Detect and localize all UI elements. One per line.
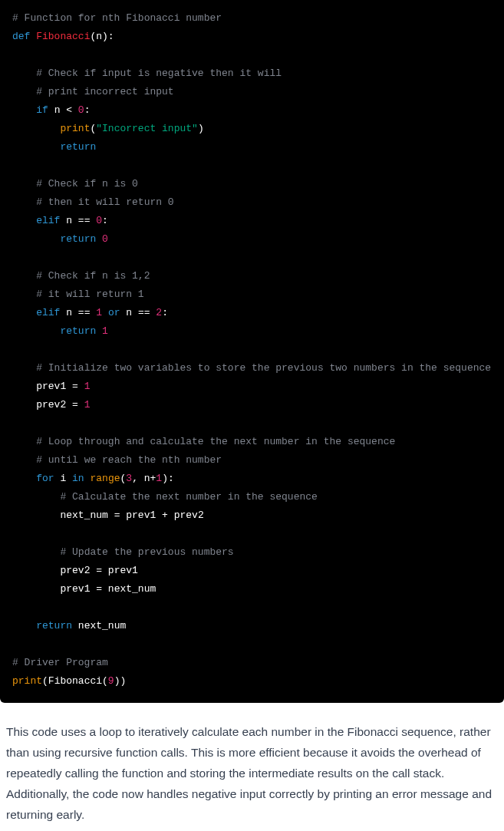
code-keyword: elif <box>36 215 60 226</box>
code-identifier: i <box>60 473 66 484</box>
code-comment: # Loop through and calculate the next nu… <box>36 436 395 447</box>
code-operator: < <box>60 104 77 116</box>
code-number: 1 <box>156 473 162 484</box>
code-builtin: range <box>90 473 120 484</box>
code-number: 1 <box>96 307 102 318</box>
code-comment: # print incorrect input <box>36 86 173 97</box>
code-operator: + <box>156 509 173 521</box>
code-punct: : <box>102 215 108 226</box>
code-punct: ( <box>102 675 108 687</box>
code-identifier: n <box>66 307 72 318</box>
code-operator: == <box>72 307 96 318</box>
code-identifier: n <box>66 215 72 226</box>
code-comment: # it will return 1 <box>36 289 143 300</box>
code-keyword: def <box>12 31 30 42</box>
code-param: n <box>96 31 102 42</box>
code-block: # Function for nth Fibonacci number def … <box>0 0 504 703</box>
code-keyword: elif <box>36 307 60 318</box>
code-comment: # Calculate the next number in the seque… <box>60 491 317 503</box>
code-builtin: print <box>12 675 42 687</box>
code-identifier: prev2 <box>36 399 66 411</box>
code-operator: = <box>108 509 126 521</box>
code-keyword: return <box>36 620 72 631</box>
code-number: 2 <box>156 307 162 318</box>
code-comment: # Function for nth Fibonacci number <box>12 12 222 24</box>
code-number: 0 <box>102 233 108 245</box>
code-punct: : <box>162 307 168 318</box>
code-identifier: next_num <box>60 509 107 521</box>
code-number: 3 <box>126 473 132 484</box>
code-keyword: if <box>36 104 48 116</box>
code-identifier: next_num <box>78 620 126 631</box>
code-punct: ( <box>42 675 48 687</box>
code-number: 1 <box>84 399 91 411</box>
code-keyword: return <box>60 325 96 337</box>
explanation-paragraph: This code uses a loop to iteratively cal… <box>0 703 504 831</box>
code-operator: == <box>72 215 96 226</box>
code-number: 9 <box>108 675 114 687</box>
code-comment: # Initialize two variables to store the … <box>36 362 491 374</box>
code-comment: # Check if n is 0 <box>36 178 138 190</box>
code-identifier: prev1 <box>60 583 90 595</box>
code-punct: ) <box>198 123 204 134</box>
code-comment: # Update the previous numbers <box>60 546 233 558</box>
code-identifier: n <box>144 473 150 484</box>
code-comment: # Driver Program <box>12 657 108 668</box>
code-operator: = <box>90 565 107 576</box>
code-operator: = <box>66 399 84 411</box>
code-comment: # until we reach the nth number <box>36 454 222 466</box>
code-identifier: prev1 <box>108 565 138 576</box>
code-identifier: next_num <box>108 583 156 595</box>
code-keyword: for <box>36 473 54 484</box>
code-function-name: Fibonacci <box>36 31 90 42</box>
code-number: 1 <box>102 325 108 337</box>
code-identifier: prev1 <box>126 509 156 521</box>
code-operator: = <box>66 381 84 392</box>
code-punct: )) <box>114 675 127 687</box>
code-identifier: prev2 <box>174 509 204 521</box>
code-punct: : <box>84 104 91 116</box>
code-number: 0 <box>78 104 84 116</box>
code-string: "Incorrect input" <box>96 123 198 134</box>
code-builtin: print <box>60 123 90 134</box>
code-keyword: return <box>60 141 96 153</box>
code-identifier: Fibonacci <box>48 675 102 687</box>
code-identifier: prev2 <box>60 565 90 576</box>
code-identifier: n <box>126 307 132 318</box>
code-punct: , <box>132 473 144 484</box>
code-keyword: return <box>60 233 96 245</box>
code-keyword: or <box>108 307 120 318</box>
code-comment: # Check if input is negative then it wil… <box>36 68 282 79</box>
code-punct: ): <box>162 473 174 484</box>
code-operator: = <box>90 583 107 595</box>
code-number: 1 <box>84 381 91 392</box>
code-identifier: prev1 <box>36 381 66 392</box>
code-comment: # then it will return 0 <box>36 196 173 208</box>
code-comment: # Check if n is 1,2 <box>36 270 150 282</box>
code-operator: == <box>132 307 156 318</box>
code-keyword: in <box>72 473 84 484</box>
code-number: 0 <box>96 215 102 226</box>
code-punct: ): <box>102 31 114 42</box>
